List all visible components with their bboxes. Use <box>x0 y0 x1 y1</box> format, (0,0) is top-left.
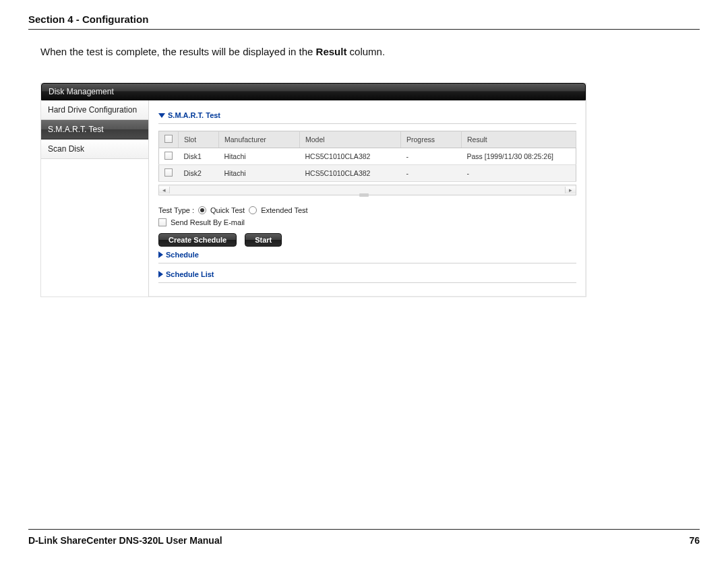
disk-table: Slot Manufacturer Model Progress Result … <box>158 131 576 182</box>
table-header-row: Slot Manufacturer Model Progress Result <box>159 131 576 148</box>
row-checkbox[interactable] <box>164 152 173 160</box>
send-email-label: Send Result By E-mail <box>171 218 245 226</box>
section-label: S.M.A.R.T. Test <box>168 111 220 119</box>
page-footer: D-Link ShareCenter DNS-320L User Manual … <box>28 529 700 546</box>
section-label: Schedule <box>166 251 199 259</box>
section-header-smart[interactable]: S.M.A.R.T. Test <box>158 111 576 119</box>
divider <box>158 282 576 283</box>
th-model: Model <box>300 131 401 148</box>
th-manufacturer: Manufacturer <box>219 131 300 148</box>
th-progress: Progress <box>401 131 462 148</box>
scroll-left-icon[interactable]: ◂ <box>159 187 170 193</box>
th-result: Result <box>462 131 576 148</box>
app-screenshot: Disk Management Hard Drive Configuration… <box>40 83 586 297</box>
divider <box>158 263 576 263</box>
start-button[interactable]: Start <box>245 233 282 247</box>
divider <box>158 123 576 124</box>
chevron-right-icon <box>158 251 163 258</box>
create-schedule-button[interactable]: Create Schedule <box>158 233 237 247</box>
header-checkbox[interactable] <box>164 135 173 143</box>
cell-model: HCS5C1010CLA382 <box>300 148 401 165</box>
cell-slot: Disk1 <box>179 148 219 165</box>
scroll-right-icon[interactable]: ▸ <box>565 187 576 193</box>
intro-post: column. <box>346 46 385 57</box>
section-label: Schedule List <box>166 270 214 278</box>
table-row[interactable]: Disk1 Hitachi HCS5C1010CLA382 - Pass [19… <box>159 148 576 165</box>
horizontal-scrollbar[interactable]: ◂ ▸ <box>158 185 576 195</box>
sidebar-item-scan-disk[interactable]: Scan Disk <box>41 139 148 159</box>
radio-extended-test[interactable] <box>249 206 257 214</box>
section-header-schedule-list[interactable]: Schedule List <box>158 270 576 278</box>
header-checkbox-cell[interactable] <box>159 131 179 148</box>
quick-test-label: Quick Test <box>210 206 245 214</box>
cell-model: HCS5C1010CLA382 <box>300 165 401 182</box>
cell-slot: Disk2 <box>179 165 219 182</box>
sidebar-item-hdd-config[interactable]: Hard Drive Configuration <box>41 100 148 120</box>
scroll-thumb[interactable] <box>359 193 369 197</box>
th-slot: Slot <box>179 131 219 148</box>
content-panel: S.M.A.R.T. Test Slot Manufacturer Model … <box>149 100 586 296</box>
checkbox-send-email[interactable] <box>158 218 166 226</box>
sidebar-item-smart-test[interactable]: S.M.A.R.T. Test <box>41 120 148 139</box>
cell-manufacturer: Hitachi <box>219 148 300 165</box>
intro-bold: Result <box>316 46 347 57</box>
section-header-schedule[interactable]: Schedule <box>158 251 576 259</box>
cell-progress: - <box>401 165 462 182</box>
cell-progress: - <box>401 148 462 165</box>
radio-quick-test[interactable] <box>198 206 206 214</box>
window-title: Disk Management <box>41 83 586 100</box>
chevron-down-icon <box>158 113 165 118</box>
chevron-right-icon <box>158 271 163 278</box>
sidebar: Hard Drive Configuration S.M.A.R.T. Test… <box>41 100 149 296</box>
extended-test-label: Extended Test <box>261 206 308 214</box>
table-row[interactable]: Disk2 Hitachi HCS5C1010CLA382 - - <box>159 165 576 182</box>
cell-result: Pass [1999/11/30 08:25:26] <box>462 148 576 165</box>
section-header: Section 4 - Configuration <box>28 13 700 30</box>
cell-result: - <box>462 165 576 182</box>
intro-text: When the test is complete, the results w… <box>40 46 700 57</box>
cell-manufacturer: Hitachi <box>219 165 300 182</box>
test-type-label: Test Type : <box>158 206 194 214</box>
intro-pre: When the test is complete, the results w… <box>40 46 316 57</box>
test-options: Test Type : Quick Test Extended Test Sen… <box>158 206 576 247</box>
page-number: 76 <box>689 535 700 546</box>
row-checkbox[interactable] <box>164 168 173 177</box>
footer-title: D-Link ShareCenter DNS-320L User Manual <box>28 535 222 546</box>
